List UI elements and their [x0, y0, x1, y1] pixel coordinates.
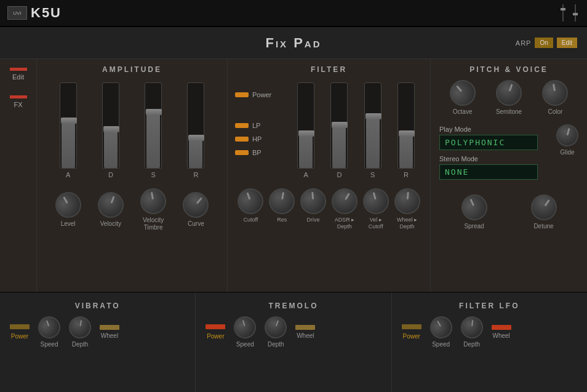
- res-knob-container: Res: [269, 188, 295, 230]
- tremolo-depth-knob[interactable]: [262, 313, 290, 342]
- vibrato-depth-knob[interactable]: [67, 314, 93, 340]
- bottom-section: VIBRATO Power Speed Depth Wheel TREMOLO: [0, 293, 587, 392]
- level-knob[interactable]: [50, 187, 86, 222]
- wheel-depth-knob[interactable]: [393, 187, 421, 215]
- spread-detune-knobs: Spread Detune: [439, 194, 578, 230]
- filter-s-slider[interactable]: [364, 82, 381, 169]
- tremolo-wheel-label: Wheel: [297, 332, 314, 339]
- vibrato-panel: VIBRATO Power Speed Depth Wheel: [0, 293, 196, 392]
- vel-cutoff-knob[interactable]: [360, 185, 391, 217]
- vibrato-controls: Power Speed Depth Wheel: [10, 316, 185, 348]
- glide-knob[interactable]: [554, 122, 581, 149]
- octave-knob[interactable]: [444, 74, 481, 111]
- res-knob[interactable]: [267, 186, 297, 217]
- res-label: Res: [277, 217, 287, 223]
- adsr-depth-knob[interactable]: [327, 183, 362, 218]
- wheel-depth-label: Wheel ▸Depth: [397, 217, 417, 230]
- filter-a-slider[interactable]: [297, 82, 314, 169]
- adsr-d-column: D: [102, 82, 119, 178]
- logo: UVI K5U: [7, 5, 62, 21]
- velocity-timbre-label: VelocityTimbre: [143, 217, 164, 231]
- preset-title: Fix Pad: [265, 35, 321, 51]
- tremolo-panel: TREMOLO Power Speed Depth Wheel: [196, 293, 391, 392]
- filter-hp-switch[interactable]: HP: [235, 135, 284, 143]
- amplitude-adsr-sliders: A D S: [47, 80, 217, 178]
- play-mode-display[interactable]: POLYPHONIC: [439, 135, 538, 150]
- tremolo-speed-knob[interactable]: [231, 314, 258, 341]
- vibrato-depth-container: Depth: [69, 316, 91, 348]
- detune-knob[interactable]: [525, 190, 561, 225]
- vibrato-power-container: Power: [10, 324, 30, 340]
- tremolo-wheel-container: Wheel: [295, 325, 315, 339]
- pitch-voice-top-knobs: Octave Semitone Color: [439, 80, 578, 116]
- adsr-r-slider[interactable]: [187, 82, 204, 169]
- velocity-knob-container: Velocity: [98, 192, 124, 228]
- velocity-timbre-knob-container: VelocityTimbre: [140, 188, 166, 231]
- color-knob[interactable]: [540, 78, 570, 108]
- bp-led: [235, 150, 249, 155]
- curve-knob[interactable]: [178, 186, 214, 223]
- spread-label: Spread: [464, 223, 484, 230]
- filter-lfo-title: FILTER LFO: [402, 302, 577, 310]
- tremolo-title: TREMOLO: [206, 302, 381, 310]
- vel-cutoff-knob-container: Vel ▸Cutoff: [363, 188, 389, 230]
- tremolo-controls: Power Speed Depth Wheel: [206, 316, 381, 348]
- filter-lfo-speed-knob[interactable]: [426, 312, 456, 342]
- fx-button[interactable]: FX: [10, 95, 27, 108]
- filter-adsr-d: D: [330, 82, 348, 178]
- hp-label: HP: [252, 135, 262, 143]
- hp-led: [235, 137, 249, 142]
- adsr-s-slider[interactable]: [145, 82, 162, 169]
- filter-lfo-wheel-led: [492, 325, 511, 330]
- drive-knob[interactable]: [299, 187, 327, 215]
- filter-lfo-wheel-label: Wheel: [492, 332, 509, 339]
- semitone-knob[interactable]: [492, 76, 525, 110]
- drive-label: Drive: [307, 217, 320, 223]
- color-label: Color: [548, 108, 562, 116]
- vel-cutoff-label: Vel ▸Cutoff: [369, 217, 383, 230]
- adsr-depth-label: ADSR ▸Depth: [335, 217, 355, 230]
- filter-lfo-power-label: Power: [402, 333, 420, 340]
- filter-lp-switch[interactable]: LP: [235, 122, 284, 129]
- adsr-depth-knob-container: ADSR ▸Depth: [332, 188, 357, 230]
- tremolo-power-label: Power: [207, 333, 224, 340]
- left-sidebar: Edit FX: [0, 59, 37, 292]
- filter-lfo-wheel-container: Wheel: [492, 325, 511, 339]
- filter-lfo-depth-knob[interactable]: [460, 315, 484, 339]
- velocity-timbre-knob[interactable]: [138, 186, 169, 217]
- filter-switches: Power LP HP BP: [235, 80, 284, 178]
- filter-r-slider[interactable]: [397, 82, 415, 169]
- filter-lfo-speed-label: Speed: [432, 341, 450, 348]
- filter-d-slider[interactable]: [330, 82, 348, 169]
- vibrato-power-label: Power: [11, 333, 28, 340]
- arp-edit-button[interactable]: Edit: [557, 38, 577, 48]
- filter-lfo-speed-container: Speed: [430, 316, 452, 348]
- semitone-knob-container: Semitone: [496, 80, 522, 116]
- vibrato-speed-knob[interactable]: [35, 313, 63, 342]
- amplitude-title: AMPLITUDE: [47, 65, 217, 74]
- curve-label: Curve: [188, 220, 204, 228]
- header-sliders: [559, 4, 580, 22]
- stereo-mode-container: Stereo Mode NONE: [439, 155, 553, 180]
- velocity-knob[interactable]: [94, 188, 127, 222]
- edit-button[interactable]: Edit: [10, 68, 27, 81]
- filter-lfo-power-container: Power: [402, 324, 421, 340]
- arp-on-button[interactable]: On: [535, 38, 553, 48]
- preset-bar: Fix Pad ARP On Edit: [0, 27, 587, 59]
- spread-knob[interactable]: [457, 190, 492, 225]
- power-switch-label: Power: [252, 91, 271, 98]
- arp-controls: ARP On Edit: [516, 38, 577, 48]
- adsr-a-label: A: [66, 171, 70, 178]
- pitch-voice-section: PITCH & VOICE Octave Semitone Color Play…: [431, 59, 587, 292]
- arp-label: ARP: [516, 39, 532, 47]
- filter-power-switch[interactable]: Power: [235, 91, 284, 98]
- stereo-mode-display[interactable]: NONE: [439, 164, 538, 180]
- adsr-d-slider[interactable]: [102, 82, 119, 169]
- filter-adsr-a: A: [297, 82, 314, 178]
- header-slider-2: [571, 4, 580, 22]
- filter-bp-switch[interactable]: BP: [235, 149, 284, 156]
- filter-adsr-r: R: [397, 82, 415, 178]
- cutoff-knob[interactable]: [234, 185, 267, 218]
- adsr-a-slider[interactable]: [60, 82, 77, 169]
- tremolo-speed-container: Speed: [234, 316, 256, 348]
